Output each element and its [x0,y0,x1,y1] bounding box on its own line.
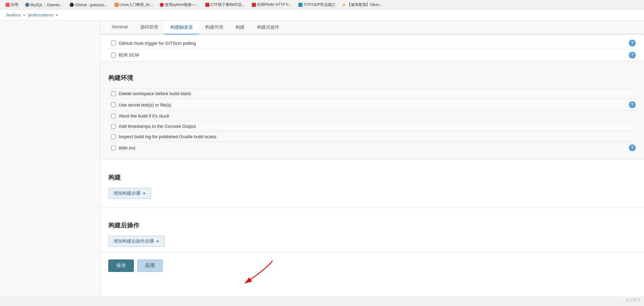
checkbox-abort-stuck-label: Abort the build if it's stuck [119,113,169,119]
tab-env[interactable]: 构建环境 [199,21,229,34]
save-button[interactable]: 保存 [108,259,134,272]
checkbox-secret-text[interactable] [111,102,116,107]
checkbox-with-ant[interactable] [111,145,116,150]
add-build-step-caret: ▼ [142,192,146,195]
breadcrumb-root[interactable]: Jenkins [6,12,21,18]
bookmark-linux[interactable]: Linux入门教程_lin... [112,1,156,8]
build-section-title: 构建 [108,173,636,183]
add-post-step-label: 增加构建后操作步骤 [113,238,154,244]
bookmark-mysql[interactable]: MySQL :: Downlo... [22,2,66,8]
action-buttons: 保存 应用 [100,252,644,279]
checkbox-timestamps[interactable] [111,124,116,129]
checkbox-inspect-gradle-label: Inspect build log for published Gradle b… [119,134,216,139]
main-wrapper: General 源码管理 构建触发器 构建环境 构建 构建后操作 GitHub … [0,21,644,296]
checkbox-delete-ws-label: Delete workspace before build starts [119,91,191,96]
post-section-title: 构建后操作 [108,221,636,231]
checkbox-delete-ws[interactable] [111,91,116,96]
checkbox-abort-stuck[interactable] [111,114,116,119]
checkbox-timestamps-label: Add timestamps to the Console Output [119,124,196,129]
breadcrumb-child[interactable]: jenkinsdemo [28,12,53,18]
bookmark-python[interactable]: 使用python链接—... [157,1,201,8]
watermark: 知识星球 [625,297,641,303]
add-build-step-button[interactable]: 增加构建步骤 ▼ [108,188,151,199]
bookmarks-bar: 应用 MySQL :: Downlo... GitHub - jpetazzo.… [0,0,644,10]
bookmark-pkav[interactable]: 利用PKAV HTTP F... [249,1,294,8]
trigger-section: GitHub hook trigger for GITScm polling ?… [100,34,644,61]
checkbox-row-inspect-gradle: Inspect build log for published Gradle b… [108,131,636,142]
bookmark-github[interactable]: GitHub - jpetazzo... [67,2,110,8]
tab-source[interactable]: 源码管理 [134,21,164,34]
checkbox-poll-scm-label: 轮询 SCM [119,52,139,58]
tab-post[interactable]: 构建后操作 [251,21,286,34]
help-icon-secret-text[interactable]: ? [629,101,636,108]
checkbox-with-ant-label: With Ant [119,145,135,151]
build-env-section: 构建环境 Delete workspace before build start… [100,61,644,159]
content-area: General 源码管理 构建触发器 构建环境 构建 构建后操作 GitHub … [100,21,644,296]
checkbox-row-timestamps: Add timestamps to the Console Output [108,121,636,131]
post-section: 构建后操作 增加构建后操作步骤 ▼ [100,207,644,252]
breadcrumb-sep2: ► [56,13,59,17]
checkbox-inspect-gradle[interactable] [111,134,116,139]
add-build-step-label: 增加构建步骤 [113,190,140,196]
breadcrumb-sep1: ► [23,13,26,17]
help-icon-poll-scm[interactable]: ? [629,52,636,59]
checkbox-github-hook-label: GitHub hook trigger for GITScm polling [119,41,196,46]
checkbox-row-with-ant: With Ant ? [108,142,636,154]
tab-trigger[interactable]: 构建触发器 [164,21,199,34]
checkbox-row-secret-text: Use secret text(s) or file(s) ? [108,99,636,111]
bookmark-ctf[interactable]: CTF线下赛AWD总... [202,1,248,8]
sidebar [0,21,100,296]
checkbox-row-abort-stuck: Abort the build if it's stuck [108,111,636,121]
checkbox-secret-text-label: Use secret text(s) or file(s) [119,102,171,108]
tab-build[interactable]: 构建 [229,21,251,34]
bookmark-apps[interactable]: 应用 [3,1,21,8]
checkbox-github-hook[interactable] [111,41,116,45]
build-env-title: 构建环境 [108,74,636,83]
checkbox-row-github-hook: GitHub hook trigger for GITScm polling ? [108,37,636,49]
action-area: 保存 应用 [100,252,644,279]
bookmark-tcp[interactable]: TCP/UDP常见端口 [296,1,338,8]
bookmark-ubuntu[interactable]: ★ 【渗洞复现】Ubun... [339,1,385,8]
add-post-step-button[interactable]: 增加构建后操作步骤 ▼ [108,236,165,247]
apply-button[interactable]: 应用 [137,259,163,272]
help-icon-with-ant[interactable]: ? [629,144,636,151]
help-icon-github-hook[interactable]: ? [629,40,636,47]
build-section: 构建 增加构建步骤 ▼ [100,159,644,204]
checkbox-poll-scm[interactable] [111,53,116,58]
tab-navigation: General 源码管理 构建触发器 构建环境 构建 构建后操作 [100,21,644,34]
breadcrumb: Jenkins ► jenkinsdemo ► [0,10,644,21]
checkbox-row-poll-scm: 轮询 SCM ? [108,49,636,61]
tab-general[interactable]: General [106,21,134,34]
add-post-step-caret: ▼ [156,239,159,243]
checkbox-row-delete-ws: Delete workspace before build starts [108,88,636,99]
